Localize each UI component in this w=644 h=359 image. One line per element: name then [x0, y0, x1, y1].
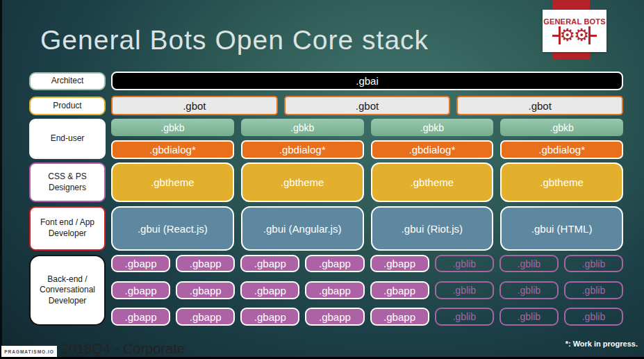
role-label-back-end-conversational-developer: Back-end / Conversational Developer	[29, 255, 106, 326]
block-gbtheme: .gbtheme	[371, 162, 494, 202]
page-title: General Bots Open Core stack	[40, 25, 540, 56]
block-gbapp: .gbapp	[240, 255, 299, 272]
row-gbtheme: .gbtheme .gbtheme .gbtheme .gbtheme	[111, 162, 623, 202]
row-gbui: .gbui (React.js) .gbui (Angular.js) .gbu…	[111, 206, 623, 251]
row-backend-3: .gbapp .gbapp .gbapp .gbapp .gbapp .gbli…	[111, 308, 623, 326]
role-label-css-ps-designers: CSS & PS Designers	[29, 162, 106, 202]
block-gblib: .gblib	[435, 255, 494, 272]
block-gbapp: .gbapp	[305, 308, 364, 326]
block-gbdialog: .gbdialog*	[371, 140, 494, 159]
pragmatismo-brand-badge: PRAGMATISMO.IO	[1, 346, 57, 358]
gear-glyph-1: ⚙	[560, 26, 575, 44]
row-gbai: .gbai	[111, 72, 623, 90]
block-gbapp: .gbapp	[176, 281, 235, 299]
block-gblib: .gblib	[564, 255, 623, 272]
row-gbdialog: .gbdialog* .gbdialog* .gbdialog* .gbdial…	[111, 140, 623, 159]
row-gbkb: .gbkb .gbkb .gbkb .gbkb	[111, 119, 623, 136]
work-in-progress-note: *: Work in progress.	[565, 340, 638, 348]
block-gbot: .gbot	[456, 96, 623, 115]
block-gbtheme: .gbtheme	[111, 162, 234, 202]
role-label-front-end-app-developer: Font end / App Developer	[29, 206, 106, 251]
role-label-end-user: End-user	[29, 119, 106, 159]
row-gbot: .gbot .gbot .gbot	[111, 96, 623, 115]
block-gbui-html: .gbui (HTML)	[500, 206, 623, 251]
gear-glyph-2: ⚙	[574, 26, 589, 44]
block-gbui-react: .gbui (React.js)	[111, 206, 234, 251]
role-label-product: Product	[29, 97, 106, 115]
block-gbkb: .gbkb	[241, 119, 364, 136]
block-gbui-riot: .gbui (Riot.js)	[371, 206, 494, 251]
block-gbtheme: .gbtheme	[241, 162, 364, 202]
block-gbai: .gbai	[111, 72, 623, 90]
block-gbapp: .gbapp	[240, 281, 299, 299]
block-gbot: .gbot	[284, 96, 451, 115]
slide-footer-label: 2018Q4 - Corporate	[61, 341, 185, 357]
block-gblib: .gblib	[435, 281, 494, 299]
block-gblib: .gblib	[499, 308, 559, 326]
slide-edge-left	[0, 0, 2, 359]
block-gbdialog: .gbdialog*	[241, 140, 364, 159]
block-gbkb: .gbkb	[371, 119, 494, 136]
block-gbapp: .gbapp	[176, 255, 235, 272]
block-gbkb: .gbkb	[500, 119, 623, 136]
block-gbapp: .gbapp	[305, 255, 364, 272]
row-backend-1: .gbapp .gbapp .gbapp .gbapp .gbapp .gbli…	[111, 255, 623, 272]
row-backend-2: .gbapp .gbapp .gbapp .gbapp .gbapp .gbli…	[111, 281, 623, 299]
block-gbapp: .gbapp	[370, 308, 429, 326]
block-gbapp: .gbapp	[111, 281, 170, 299]
gears-icon: ⚙ ⚙	[552, 26, 597, 44]
block-gbdialog: .gbdialog*	[111, 140, 234, 159]
gear-line-right	[591, 35, 597, 37]
block-gblib: .gblib	[435, 308, 494, 326]
block-gbui-angular: .gbui (Angular.js)	[241, 206, 364, 251]
block-gbkb: .gbkb	[111, 119, 234, 136]
block-gbapp: .gbapp	[240, 308, 299, 326]
block-gblib: .gblib	[564, 308, 623, 326]
block-gbdialog: .gbdialog*	[500, 140, 623, 159]
block-gbapp: .gbapp	[370, 255, 429, 272]
block-gblib: .gblib	[564, 281, 623, 299]
block-gbtheme: .gbtheme	[500, 162, 623, 202]
slide-canvas: General Bots Open Core stack GENERAL BOT…	[0, 0, 644, 359]
gear-line-left	[552, 35, 559, 37]
block-gbapp: .gbapp	[305, 281, 364, 299]
block-gbapp: .gbapp	[176, 308, 235, 326]
general-bots-logo: GENERAL BOTS ⚙ ⚙	[543, 10, 606, 52]
block-gbot: .gbot	[111, 96, 278, 115]
block-gblib: .gblib	[499, 255, 559, 272]
block-gbapp: .gbapp	[111, 255, 170, 272]
block-gbapp: .gbapp	[370, 281, 429, 299]
block-gbapp: .gbapp	[111, 308, 170, 326]
role-label-architect: Architect	[29, 72, 106, 90]
block-gblib: .gblib	[499, 281, 559, 299]
